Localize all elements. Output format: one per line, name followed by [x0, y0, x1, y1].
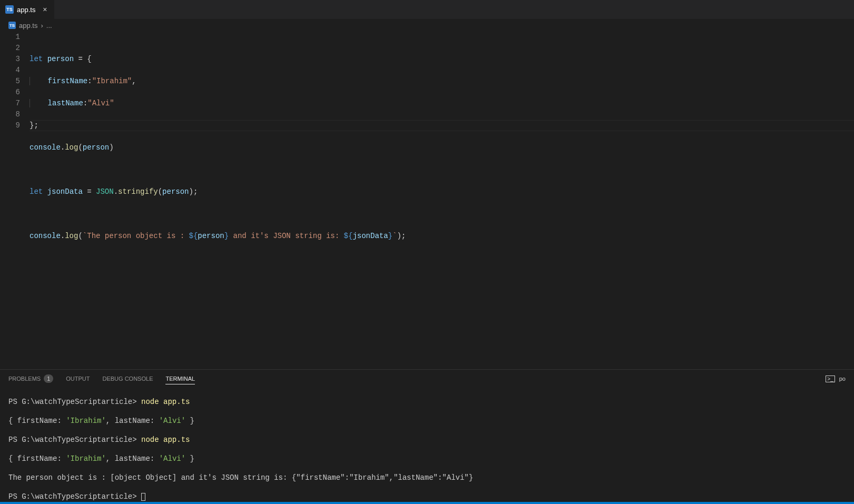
- line-number: 7: [0, 98, 20, 109]
- line-number: 8: [0, 109, 20, 120]
- terminal-line: The person object is : [object Object] a…: [8, 473, 846, 482]
- panel-actions: >_ po: [826, 375, 846, 382]
- code-line: let jsonData = JSON.stringify(person);: [30, 186, 854, 197]
- line-number: 1: [0, 32, 20, 43]
- line-number: 9: [0, 120, 20, 131]
- editor-tab-app-ts[interactable]: TS app.ts ×: [0, 0, 55, 19]
- breadcrumb-rest: ...: [46, 22, 52, 29]
- panel-tabs: PROBLEMS 1 OUTPUT DEBUG CONSOLE TERMINAL…: [0, 370, 854, 388]
- breadcrumb[interactable]: TS app.ts › ...: [0, 19, 854, 32]
- status-bar[interactable]: [0, 502, 854, 504]
- terminal-cursor: [141, 493, 145, 501]
- chevron-right-icon: ›: [41, 22, 43, 29]
- terminal-line: { firstName: 'Ibrahim', lastName: 'Alvi'…: [8, 416, 846, 426]
- problems-count-badge: 1: [44, 374, 53, 383]
- close-icon[interactable]: ×: [41, 5, 49, 14]
- tab-problems[interactable]: PROBLEMS 1: [8, 374, 53, 383]
- line-number: 3: [0, 54, 20, 65]
- terminal-line: PS G:\watchTypeScriptarticle>: [8, 492, 846, 501]
- line-number: 6: [0, 87, 20, 98]
- bottom-panel: PROBLEMS 1 OUTPUT DEBUG CONSOLE TERMINAL…: [0, 369, 854, 502]
- code-line: let person = {: [30, 54, 854, 65]
- terminal-line: PS G:\watchTypeScriptarticle> node app.t…: [8, 397, 846, 407]
- tab-terminal[interactable]: TERMINAL: [165, 375, 195, 384]
- line-number: 5: [0, 76, 20, 87]
- tab-debug-console[interactable]: DEBUG CONSOLE: [103, 375, 153, 382]
- tab-output[interactable]: OUTPUT: [66, 375, 90, 382]
- tab-label: DEBUG CONSOLE: [103, 375, 153, 382]
- terminal-line: PS G:\watchTypeScriptarticle> node app.t…: [8, 435, 846, 444]
- tab-label: OUTPUT: [66, 375, 90, 382]
- code-line: [30, 164, 854, 175]
- line-number: 2: [0, 43, 20, 54]
- line-number-gutter: 1 2 3 4 5 6 7 8 9: [0, 32, 30, 369]
- line-number: 4: [0, 65, 20, 76]
- terminal-shell-icon[interactable]: >_: [826, 375, 835, 382]
- tab-label: TERMINAL: [165, 375, 195, 382]
- typescript-icon: TS: [5, 5, 14, 14]
- terminal-line: { firstName: 'Ibrahim', lastName: 'Alvi'…: [8, 454, 846, 463]
- tab-label: app.ts: [17, 6, 35, 14]
- breadcrumb-file: app.ts: [19, 22, 37, 29]
- code-line: console.log(`The person object is : ${pe…: [30, 231, 854, 242]
- code-line: [30, 209, 854, 220]
- code-line: lastName:"Alvi": [30, 98, 854, 109]
- current-line-highlight: [30, 120, 854, 131]
- tab-label: PROBLEMS: [8, 375, 41, 382]
- terminal-shell-label[interactable]: po: [839, 375, 846, 382]
- code-area[interactable]: let person = { firstName:"Ibrahim", last…: [30, 32, 854, 369]
- code-editor[interactable]: 1 2 3 4 5 6 7 8 9 let person = { firstNa…: [0, 32, 854, 369]
- editor-tabs-bar: TS app.ts ×: [0, 0, 854, 19]
- code-line: firstName:"Ibrahim",: [30, 76, 854, 87]
- terminal-output[interactable]: PS G:\watchTypeScriptarticle> node app.t…: [0, 388, 854, 502]
- code-line: console.log(person): [30, 142, 854, 153]
- typescript-icon: TS: [8, 22, 16, 29]
